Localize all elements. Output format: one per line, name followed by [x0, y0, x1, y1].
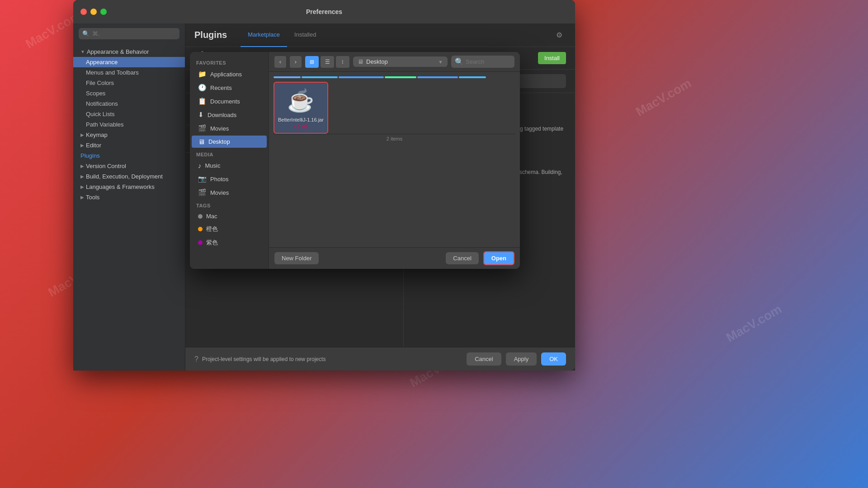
fd-item-photos[interactable]: 📷 Photos — [192, 173, 267, 185]
sidebar-section-main: ▼ Appearance & Behavior Appearance Menus… — [73, 46, 185, 203]
top-plugin-install-button[interactable]: Install — [538, 52, 566, 64]
sidebar-search-input[interactable] — [92, 30, 176, 37]
tag-dot-orange — [198, 227, 203, 231]
sidebar-item-label: Path Variables — [86, 121, 124, 128]
sidebar-item-label: Notifications — [86, 100, 118, 107]
fd-tab2 — [302, 76, 338, 78]
fd-item-label: Applications — [210, 71, 242, 78]
cancel-button[interactable]: Cancel — [467, 352, 501, 366]
fd-item-label: Movies — [210, 189, 229, 196]
sidebar-item-appearance-sub[interactable]: Appearance — [73, 57, 185, 67]
fd-search-box[interactable]: 🔍 — [451, 56, 514, 68]
photos-icon: 📷 — [198, 175, 207, 183]
tab-marketplace[interactable]: Marketplace — [241, 23, 287, 47]
tab-installed[interactable]: Installed — [287, 23, 323, 47]
fd-tab1 — [274, 76, 301, 78]
sidebar-item-appearance[interactable]: ▼ Appearance & Behavior — [73, 47, 185, 57]
apply-button[interactable]: Apply — [506, 352, 537, 366]
sidebar-item-label: Build, Execution, Deployment — [86, 173, 163, 180]
sidebar-search[interactable]: 🔍 — [79, 28, 179, 39]
sidebar-item-file-colors[interactable]: File Colors — [73, 78, 185, 88]
fd-tab4 — [385, 76, 416, 78]
fd-bottom-bar: New Folder Cancel Open — [269, 247, 520, 269]
sidebar: 🔍 ▼ Appearance & Behavior Appearance Men… — [73, 23, 185, 371]
sidebar-item-label: Scopes — [86, 90, 105, 97]
column-view-button[interactable]: ⫶ — [336, 56, 349, 68]
jar-file-icon: ☕ — [286, 86, 315, 115]
sidebar-item-quick-lists[interactable]: Quick Lists — [73, 109, 185, 119]
fd-tag-label: Mac — [206, 213, 217, 220]
movies2-icon: 🎬 — [198, 188, 207, 197]
fd-location-text: Desktop — [366, 58, 388, 65]
fd-item-label: Downloads — [208, 112, 236, 118]
fd-item-movies[interactable]: 🎬 Movies — [192, 122, 267, 135]
fd-cancel-button[interactable]: Cancel — [446, 252, 478, 264]
sidebar-item-label: Keymap — [86, 131, 108, 138]
fd-item-label: Movies — [210, 125, 229, 132]
sidebar-item-menus[interactable]: Menus and Toolbars — [73, 67, 185, 78]
window-title: Preferences — [306, 8, 342, 15]
chevron-right-icon: ▶ — [80, 164, 84, 169]
fd-item-downloads[interactable]: ⬇ Downloads — [192, 108, 267, 121]
fd-item-label: Photos — [210, 176, 228, 183]
fd-search-input[interactable] — [466, 58, 511, 65]
sidebar-item-label: Plugins — [80, 152, 100, 159]
fd-favorites-label: Favorites — [190, 56, 269, 67]
watermark6: MacV.com — [724, 302, 784, 345]
sidebar-item-tools[interactable]: ▶ Tools — [73, 192, 185, 202]
tag-dot-mac — [198, 214, 203, 219]
bottom-info: ? Project-level settings will be applied… — [194, 355, 461, 363]
sidebar-item-path-vars[interactable]: Path Variables — [73, 119, 185, 130]
fd-item-label: Documents — [210, 98, 240, 105]
sidebar-item-keymap[interactable]: ▶ Keymap — [73, 130, 185, 140]
fd-file-size: 4.5 MB — [294, 124, 308, 129]
file-dialog: Favorites 📁 Applications 🕐 Recents 📋 Doc… — [190, 52, 520, 269]
fd-tag-label: 橙色 — [206, 225, 218, 233]
bottom-actions: Cancel Apply OK — [467, 352, 566, 366]
fd-sidebar: Favorites 📁 Applications 🕐 Recents 📋 Doc… — [190, 52, 269, 269]
list-view-button[interactable]: ☰ — [321, 56, 334, 68]
applications-icon: 📁 — [198, 70, 207, 78]
sidebar-item-version-control[interactable]: ▶ Version Control — [73, 161, 185, 171]
fd-open-button[interactable]: Open — [483, 251, 514, 265]
search-icon: 🔍 — [455, 57, 464, 66]
sidebar-item-build[interactable]: ▶ Build, Execution, Deployment — [73, 171, 185, 182]
forward-button[interactable]: › — [290, 56, 302, 68]
fd-item-music[interactable]: ♪ Music — [192, 160, 267, 172]
sidebar-item-label: Version Control — [86, 163, 126, 169]
fd-file-item-betterintellij[interactable]: ☕ BetterIntelliJ-1.16.jar 4.5 MB — [274, 82, 328, 134]
fd-item-recents[interactable]: 🕐 Recents — [192, 81, 267, 94]
sidebar-item-notifications[interactable]: Notifications — [73, 99, 185, 109]
fd-item-movies2[interactable]: 🎬 Movies — [192, 186, 267, 199]
fd-item-desktop[interactable]: 🖥 Desktop — [192, 136, 267, 148]
ok-button[interactable]: OK — [541, 352, 566, 366]
fd-grid: ☕ BetterIntelliJ-1.16.jar 4.5 MB — [274, 82, 515, 134]
info-icon: ? — [194, 355, 198, 363]
fd-tag-purple[interactable]: 紫色 — [192, 236, 267, 249]
fd-item-applications[interactable]: 📁 Applications — [192, 68, 267, 80]
recents-icon: 🕐 — [198, 84, 207, 92]
fd-view-buttons: ⊞ ☰ ⫶ — [305, 56, 349, 68]
fd-item-label: Desktop — [208, 138, 230, 145]
new-folder-button[interactable]: New Folder — [274, 252, 319, 264]
watermark5: MacV.com — [633, 76, 694, 119]
sidebar-item-plugins[interactable]: Plugins — [73, 150, 185, 161]
minimize-button[interactable] — [90, 9, 97, 15]
gear-icon[interactable]: ⚙ — [552, 31, 566, 39]
fd-status-text: 2 items — [387, 136, 402, 141]
sidebar-item-languages[interactable]: ▶ Languages & Frameworks — [73, 182, 185, 192]
fd-tags-label: Tags — [190, 199, 269, 210]
sidebar-item-scopes[interactable]: Scopes — [73, 88, 185, 99]
fd-tag-orange[interactable]: 橙色 — [192, 223, 267, 235]
grid-view-button[interactable]: ⊞ — [305, 56, 319, 68]
fd-item-documents[interactable]: 📋 Documents — [192, 95, 267, 108]
sidebar-item-label: Quick Lists — [86, 111, 115, 117]
fd-location-bar[interactable]: 🖥 Desktop ▼ — [353, 56, 448, 67]
music-icon: ♪ — [198, 162, 202, 169]
close-button[interactable] — [80, 9, 87, 15]
fd-tag-mac[interactable]: Mac — [192, 211, 267, 222]
sidebar-item-label: Tools — [86, 194, 99, 201]
sidebar-item-editor[interactable]: ▶ Editor — [73, 140, 185, 150]
maximize-button[interactable] — [100, 9, 107, 15]
back-button[interactable]: ‹ — [274, 56, 286, 68]
